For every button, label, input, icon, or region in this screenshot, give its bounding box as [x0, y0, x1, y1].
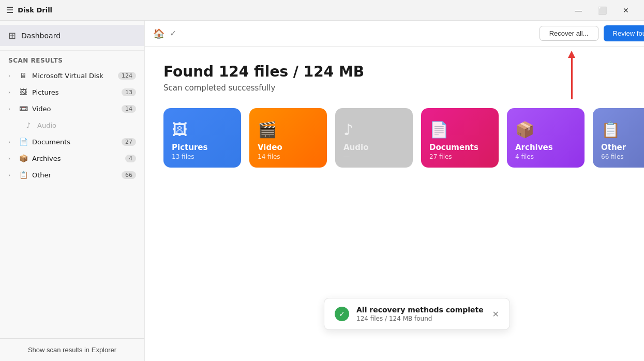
sidebar-item-pictures[interactable]: › 🖼 Pictures 13	[0, 84, 144, 100]
title-bar: ☰ Disk Drill — ⬜ ✕	[0, 0, 644, 21]
toast-close-button[interactable]: ✕	[492, 309, 499, 319]
dashboard-icon: ⊞	[8, 30, 16, 41]
sidebar-item-video[interactable]: › 📼 Video 14	[0, 100, 144, 117]
menu-icon[interactable]: ☰	[6, 5, 13, 15]
other-icon: 📋	[19, 171, 28, 179]
toast-notification: ✓ All recovery methods complete 124 file…	[324, 298, 510, 330]
sidebar-footer: Show scan results in Explorer	[0, 338, 144, 361]
video-icon: 📼	[19, 104, 28, 113]
window-controls: — ⬜ ✕	[566, 2, 638, 19]
pictures-card-icon: 🖼	[172, 121, 187, 139]
sidebar-item-audio[interactable]: ♪ Audio	[0, 117, 144, 133]
close-button[interactable]: ✕	[614, 2, 638, 19]
minimize-button[interactable]: —	[566, 2, 590, 19]
chevron-icon: ›	[8, 156, 14, 161]
chevron-icon: ›	[8, 106, 14, 112]
maximize-button[interactable]: ⬜	[590, 2, 614, 19]
documents-card-name: Documents	[429, 143, 478, 152]
other-card-name: Other	[601, 143, 626, 152]
video-card-icon: 🎬	[258, 121, 277, 139]
sidebar-item-dashboard[interactable]: ⊞ Dashboard	[0, 25, 144, 46]
card-pictures[interactable]: 🖼 Pictures 13 files	[163, 108, 241, 168]
audio-card-count: —	[343, 153, 350, 160]
show-explorer-button[interactable]: Show scan results in Explorer	[0, 339, 144, 361]
top-bar: 🏠 ✓ Recover all... Review found items	[145, 21, 644, 47]
main-body: Found 124 files / 124 MB Scan completed …	[145, 47, 644, 361]
video-card-count: 14 files	[258, 153, 280, 160]
sidebar-item-documents[interactable]: › 📄 Documents 27	[0, 133, 144, 150]
app-layout: ⊞ Dashboard Scan results › 🖥 Microsoft V…	[0, 21, 644, 361]
sidebar-nav-top: ⊞ Dashboard	[0, 21, 144, 51]
video-label: Video	[32, 105, 117, 113]
audio-label: Audio	[37, 122, 136, 129]
toast-title: All recovery methods complete	[356, 306, 485, 314]
documents-label: Documents	[32, 138, 117, 146]
status-check-icon: ✓	[170, 28, 176, 38]
chevron-icon: ›	[8, 73, 14, 79]
pictures-card-name: Pictures	[172, 143, 207, 152]
sidebar: ⊞ Dashboard Scan results › 🖥 Microsoft V…	[0, 21, 145, 361]
other-label: Other	[32, 171, 117, 179]
other-card-icon: 📋	[601, 121, 620, 139]
documents-card-icon: 📄	[429, 121, 448, 139]
app-title: Disk Drill	[18, 6, 562, 14]
disk-count: 124	[118, 72, 136, 80]
card-audio[interactable]: ♪ Audio —	[335, 108, 413, 168]
card-archives[interactable]: 📦 Archives 4 files	[507, 108, 585, 168]
dashboard-label: Dashboard	[21, 32, 61, 40]
disk-icon: 🖥	[19, 71, 28, 80]
toast-subtitle: 124 files / 124 MB found	[356, 315, 485, 322]
arrow-annotation	[568, 51, 575, 99]
chevron-icon: ›	[8, 89, 14, 95]
sidebar-item-microsoft-virtual-disk[interactable]: › 🖥 Microsoft Virtual Disk 124	[0, 67, 144, 84]
pictures-count: 13	[122, 88, 136, 96]
other-count: 66	[122, 171, 136, 179]
documents-icon: 📄	[19, 138, 28, 146]
audio-card-icon: ♪	[343, 121, 353, 139]
video-card-name: Video	[258, 143, 282, 152]
sidebar-item-archives[interactable]: › 📦 Archives 4	[0, 150, 144, 167]
video-count: 14	[122, 105, 136, 113]
documents-card-count: 27 files	[429, 153, 452, 160]
home-icon[interactable]: 🏠	[153, 28, 164, 39]
chevron-icon: ›	[8, 172, 14, 178]
pictures-label: Pictures	[32, 88, 117, 96]
review-found-button[interactable]: Review found items	[604, 25, 644, 41]
arrow-line	[571, 58, 573, 99]
toast-text: All recovery methods complete 124 files …	[356, 306, 485, 322]
arrow-head	[568, 51, 575, 58]
archives-icon: 📦	[19, 154, 28, 162]
recover-all-button[interactable]: Recover all...	[540, 26, 598, 41]
card-video[interactable]: 🎬 Video 14 files	[249, 108, 327, 168]
toast-container: ✓ All recovery methods complete 124 file…	[324, 298, 510, 330]
file-type-cards: 🖼 Pictures 13 files 🎬 Video 14 files ♪ A…	[163, 108, 644, 168]
scan-results-header: Scan results	[0, 51, 144, 67]
audio-icon: ♪	[24, 121, 33, 129]
archives-count: 4	[125, 155, 136, 162]
toast-check-icon: ✓	[335, 307, 349, 321]
audio-card-name: Audio	[343, 143, 368, 152]
other-card-count: 66 files	[601, 153, 624, 160]
disk-label: Microsoft Virtual Disk	[32, 72, 114, 80]
sidebar-item-other[interactable]: › 📋 Other 66	[0, 167, 144, 183]
chevron-icon: ›	[8, 139, 14, 145]
pictures-icon: 🖼	[19, 88, 28, 96]
card-documents[interactable]: 📄 Documents 27 files	[421, 108, 499, 168]
archives-card-name: Archives	[515, 143, 553, 152]
scan-results-section: Scan results › 🖥 Microsoft Virtual Disk …	[0, 51, 144, 338]
main-content: 🏠 ✓ Recover all... Review found items Fo…	[145, 21, 644, 361]
archives-card-count: 4 files	[515, 153, 534, 160]
card-other[interactable]: 📋 Other 66 files	[593, 108, 644, 168]
documents-count: 27	[122, 138, 136, 146]
archives-card-icon: 📦	[515, 121, 534, 139]
pictures-card-count: 13 files	[172, 153, 194, 160]
archives-label: Archives	[32, 155, 121, 162]
